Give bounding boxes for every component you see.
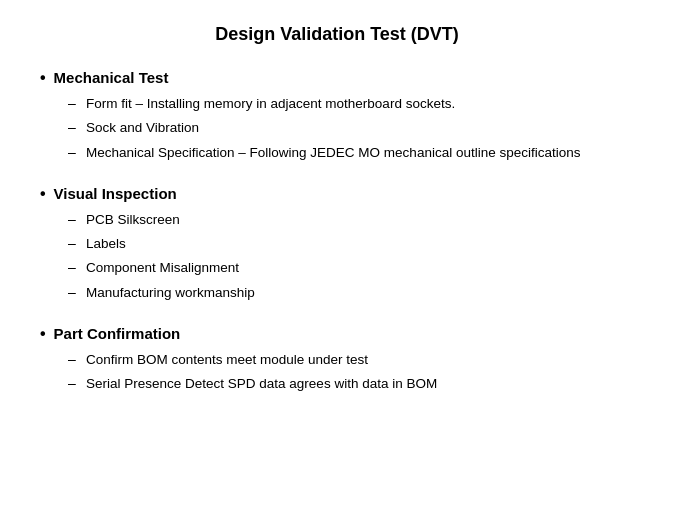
section-part-confirmation: •Part Confirmation–Confirm BOM contents … (40, 325, 634, 395)
list-item-text: Confirm BOM contents meet module under t… (86, 350, 634, 370)
list-item: –Form fit – Installing memory in adjacen… (68, 93, 634, 114)
sub-items-mechanical-test: –Form fit – Installing memory in adjacen… (68, 93, 634, 163)
section-visual-inspection: •Visual Inspection–PCB Silkscreen–Labels… (40, 185, 634, 303)
section-header-mechanical-test: •Mechanical Test (40, 69, 634, 87)
list-item: –Confirm BOM contents meet module under … (68, 349, 634, 370)
list-item: –Manufacturing workmanship (68, 282, 634, 303)
sub-items-visual-inspection: –PCB Silkscreen–Labels–Component Misalig… (68, 209, 634, 303)
bullet-icon: • (40, 69, 46, 87)
section-title-part-confirmation: Part Confirmation (54, 325, 181, 342)
sub-items-part-confirmation: –Confirm BOM contents meet module under … (68, 349, 634, 395)
list-item-text: Serial Presence Detect SPD data agrees w… (86, 374, 634, 394)
section-title-mechanical-test: Mechanical Test (54, 69, 169, 86)
section-header-visual-inspection: •Visual Inspection (40, 185, 634, 203)
dash-icon: – (68, 93, 78, 114)
section-mechanical-test: •Mechanical Test–Form fit – Installing m… (40, 69, 634, 163)
page-title: Design Validation Test (DVT) (40, 24, 634, 45)
list-item: –Mechanical Specification – Following JE… (68, 142, 634, 163)
list-item-text: Labels (86, 234, 634, 254)
list-item-text: Component Misalignment (86, 258, 634, 278)
bullet-icon: • (40, 325, 46, 343)
dash-icon: – (68, 233, 78, 254)
section-title-visual-inspection: Visual Inspection (54, 185, 177, 202)
sections-container: •Mechanical Test–Form fit – Installing m… (40, 69, 634, 394)
list-item-text: Mechanical Specification – Following JED… (86, 143, 634, 163)
list-item-text: Manufacturing workmanship (86, 283, 634, 303)
dash-icon: – (68, 349, 78, 370)
list-item: –Serial Presence Detect SPD data agrees … (68, 373, 634, 394)
section-header-part-confirmation: •Part Confirmation (40, 325, 634, 343)
dash-icon: – (68, 282, 78, 303)
list-item: –Labels (68, 233, 634, 254)
list-item-text: Sock and Vibration (86, 118, 634, 138)
list-item-text: PCB Silkscreen (86, 210, 634, 230)
dash-icon: – (68, 209, 78, 230)
page-container: Design Validation Test (DVT) •Mechanical… (0, 0, 674, 506)
dash-icon: – (68, 373, 78, 394)
dash-icon: – (68, 117, 78, 138)
bullet-icon: • (40, 185, 46, 203)
dash-icon: – (68, 257, 78, 278)
list-item: –Component Misalignment (68, 257, 634, 278)
list-item: –PCB Silkscreen (68, 209, 634, 230)
list-item: –Sock and Vibration (68, 117, 634, 138)
dash-icon: – (68, 142, 78, 163)
list-item-text: Form fit – Installing memory in adjacent… (86, 94, 634, 114)
